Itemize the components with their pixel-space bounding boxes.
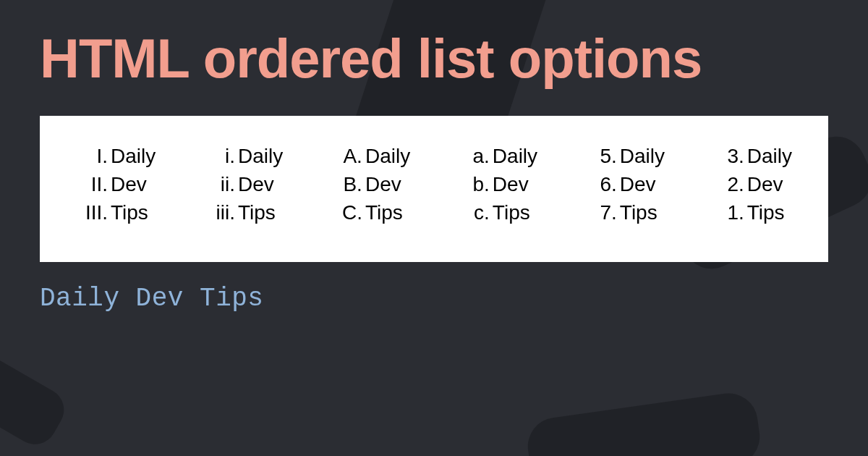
list-item: c.Tips xyxy=(462,198,537,227)
list-label: Dev xyxy=(111,170,147,198)
list-label: Daily xyxy=(238,142,283,170)
list-item: 6.Dev xyxy=(590,170,665,198)
list-label: Daily xyxy=(493,142,537,170)
list-item: 5.Daily xyxy=(590,142,665,170)
list-lower-roman: i.Daily ii.Dev iii.Tips xyxy=(208,142,283,227)
list-label: Daily xyxy=(747,142,792,170)
list-item: B.Dev xyxy=(335,170,410,198)
list-decimal-reversed: 3.Daily 2.Dev 1.Tips xyxy=(717,142,792,227)
list-marker: A. xyxy=(335,142,362,170)
list-label: Dev xyxy=(238,170,274,198)
list-marker: 2. xyxy=(717,170,744,198)
list-item: ii.Dev xyxy=(208,170,283,198)
list-marker: b. xyxy=(462,170,490,198)
list-marker: i. xyxy=(208,142,235,170)
list-marker: ii. xyxy=(208,170,235,198)
list-marker: iii. xyxy=(208,198,235,227)
list-item: 3.Daily xyxy=(717,142,792,170)
list-item: III.Tips xyxy=(76,198,156,227)
list-decimal-start: 5.Daily 6.Dev 7.Tips xyxy=(590,142,665,227)
list-label: Tips xyxy=(747,198,785,227)
list-label: Dev xyxy=(493,170,529,198)
list-marker: 3. xyxy=(717,142,744,170)
list-lower-alpha: a.Daily b.Dev c.Tips xyxy=(462,142,537,227)
list-item: A.Daily xyxy=(335,142,410,170)
page-title: HTML ordered list options xyxy=(40,29,828,88)
example-panel: I.Daily II.Dev III.Tips i.Daily ii.Dev i… xyxy=(40,116,828,262)
list-item: I.Daily xyxy=(76,142,156,170)
list-item: a.Daily xyxy=(462,142,537,170)
list-label: Tips xyxy=(238,198,276,227)
list-marker: a. xyxy=(462,142,490,170)
list-label: Tips xyxy=(620,198,658,227)
list-item: iii.Tips xyxy=(208,198,283,227)
list-upper-alpha: A.Daily B.Dev C.Tips xyxy=(335,142,410,227)
list-marker: C. xyxy=(335,198,362,227)
list-item: 7.Tips xyxy=(590,198,665,227)
list-marker: 1. xyxy=(717,198,744,227)
list-item: 1.Tips xyxy=(717,198,792,227)
list-item: b.Dev xyxy=(462,170,537,198)
list-label: Daily xyxy=(620,142,665,170)
list-item: C.Tips xyxy=(335,198,410,227)
list-label: Tips xyxy=(111,198,148,227)
list-item: II.Dev xyxy=(76,170,156,198)
list-marker: II. xyxy=(76,170,108,198)
list-item: i.Daily xyxy=(208,142,283,170)
list-label: Dev xyxy=(747,170,783,198)
list-marker: 5. xyxy=(590,142,617,170)
list-marker: B. xyxy=(335,170,362,198)
list-marker: III. xyxy=(76,198,108,227)
list-label: Tips xyxy=(365,198,403,227)
list-upper-roman: I.Daily II.Dev III.Tips xyxy=(76,142,156,227)
list-label: Tips xyxy=(493,198,530,227)
list-label: Daily xyxy=(111,142,156,170)
list-label: Dev xyxy=(365,170,401,198)
list-marker: 7. xyxy=(590,198,617,227)
list-marker: I. xyxy=(76,142,108,170)
list-marker: c. xyxy=(462,198,490,227)
list-label: Dev xyxy=(620,170,656,198)
list-item: 2.Dev xyxy=(717,170,792,198)
list-label: Daily xyxy=(365,142,410,170)
list-marker: 6. xyxy=(590,170,617,198)
site-name: Daily Dev Tips xyxy=(40,284,828,313)
